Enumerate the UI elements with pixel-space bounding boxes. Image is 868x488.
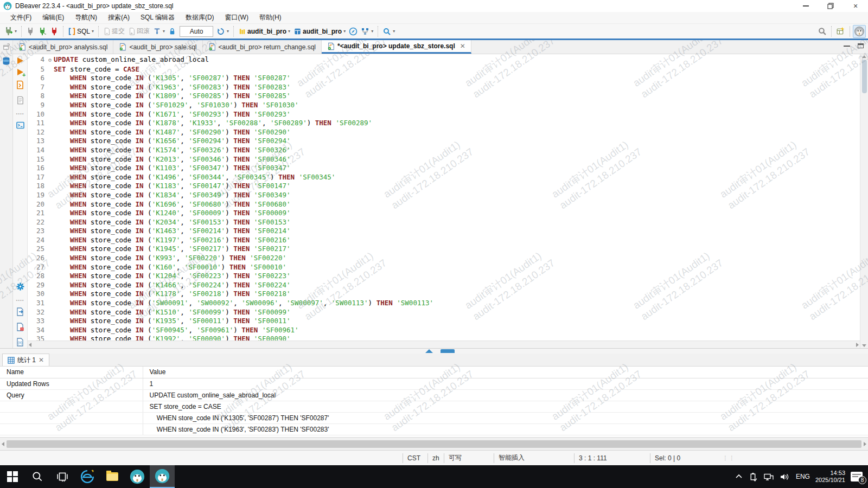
sql-code-editor[interactable]: 4⊖UPDATE custom_online_sale_abroad_local… xyxy=(28,54,860,348)
menu-item-3[interactable]: 搜索(A) xyxy=(103,12,135,23)
scroll-right-icon[interactable] xyxy=(856,343,859,347)
dbeaver-taskbar-button-active[interactable] xyxy=(150,465,175,488)
chevron-down-icon: ▾ xyxy=(227,29,229,34)
status-item-3: 智能插入 xyxy=(494,453,574,463)
navigate-button[interactable] xyxy=(347,26,359,37)
code-line: 16 WHEN store_code IN ('K1103', 'SF00347… xyxy=(28,164,860,173)
sql-editor-button[interactable]: SQL ▾ xyxy=(66,26,95,37)
code-line: 4⊖UPDATE custom_online_sale_abroad_local xyxy=(28,55,860,65)
dbeaver-perspective-button[interactable] xyxy=(853,25,866,38)
scrollbar-thumb[interactable] xyxy=(7,440,861,448)
tab-label: <audit_bi_pro> return_change.sql xyxy=(219,43,316,51)
execute-script-button[interactable] xyxy=(16,80,24,91)
window-restore-button[interactable] xyxy=(818,0,843,12)
windows-taskbar: ENG 14:53 2025/10/21 8 xyxy=(0,465,868,488)
commit-mode-icon-button[interactable]: ▾ xyxy=(359,26,375,37)
editor-tab-0[interactable]: <audit_bi_pro> analysis.sql xyxy=(13,40,113,54)
menu-item-1[interactable]: 编辑(E) xyxy=(37,12,69,23)
menu-item-4[interactable]: SQL 编辑器 xyxy=(136,12,180,23)
transaction-history-button[interactable]: ▾ xyxy=(215,26,231,37)
output-console-button[interactable] xyxy=(16,121,25,131)
execute-new-tab-button[interactable]: + xyxy=(17,69,23,75)
taskbar-search-button[interactable] xyxy=(25,465,50,488)
export-result-button[interactable] xyxy=(16,307,24,318)
action-center-icon[interactable]: 8 xyxy=(851,472,863,481)
editor-results-sash[interactable] xyxy=(0,348,868,354)
results-panel: 统计 1 ✕ Name Value Updated Rows1QueryUPDA… xyxy=(0,354,868,450)
stats-row[interactable]: SET store_code = CASE xyxy=(0,401,868,412)
dbeaver-taskbar-button[interactable] xyxy=(125,465,150,488)
scroll-up-icon[interactable] xyxy=(862,55,866,58)
file-explorer-button[interactable] xyxy=(100,465,125,488)
rollback-button[interactable]: 回滚 xyxy=(126,25,151,37)
network-icon[interactable] xyxy=(763,472,774,481)
editor-vertical-scrollbar[interactable] xyxy=(860,54,868,348)
code-line: 17 WHEN store_code IN ('K1496', 'SF00344… xyxy=(28,173,860,182)
close-icon[interactable]: ✕ xyxy=(460,42,465,50)
editor-horizontal-scrollbar[interactable] xyxy=(28,341,860,348)
search-button[interactable] xyxy=(816,25,828,37)
open-view-button[interactable] xyxy=(834,25,847,37)
status-item-5: Sel: 0 | 0 xyxy=(650,453,715,463)
editor-tab-2[interactable]: <audit_bi_pro> return_change.sql xyxy=(203,40,322,54)
menu-item-7[interactable]: 帮助(H) xyxy=(254,12,286,23)
clock[interactable]: 14:53 2025/10/21 xyxy=(815,470,845,484)
stats-row[interactable]: Updated Rows1 xyxy=(0,378,868,389)
reconnect-button[interactable] xyxy=(36,26,48,37)
menu-item-5[interactable]: 数据库(D) xyxy=(181,12,219,23)
code-area[interactable]: 4⊖UPDATE custom_online_sale_abroad_local… xyxy=(28,54,860,341)
stats-col-name[interactable]: Name xyxy=(0,367,143,378)
results-horizontal-scrollbar[interactable] xyxy=(0,437,868,450)
menu-item-6[interactable]: 窗口(W) xyxy=(220,12,253,23)
language-indicator[interactable]: ENG xyxy=(796,473,810,480)
execute-statement-button[interactable] xyxy=(17,57,23,64)
volume-icon[interactable] xyxy=(780,472,790,481)
scrollbar-thumb[interactable] xyxy=(862,60,867,93)
chevron-down-icon: ▾ xyxy=(343,29,346,34)
connection-selector[interactable]: audit_bi_pro ▾ xyxy=(237,26,292,37)
lock-button[interactable] xyxy=(167,26,178,37)
scroll-left-icon[interactable] xyxy=(29,343,31,347)
sash-maximize-button[interactable] xyxy=(441,349,455,353)
code-line: 6 WHEN store_code IN ('K1305', 'SF00287'… xyxy=(28,74,860,83)
minimize-editor-icon[interactable] xyxy=(844,46,850,47)
scroll-right-icon[interactable] xyxy=(864,442,866,446)
database-navigator-icon[interactable] xyxy=(2,56,11,67)
commit-mode-select[interactable]: Auto xyxy=(180,26,213,37)
close-icon[interactable]: ✕ xyxy=(39,356,44,364)
code-line: 8 WHEN store_code IN ('K1809', 'SF00285'… xyxy=(28,92,860,101)
editor-tab-1[interactable]: <audit_bi_pro> sale.sql xyxy=(113,40,202,54)
stats-row[interactable]: WHEN store_code IN ('K1305', 'SF00287') … xyxy=(0,412,868,423)
explain-plan-button[interactable] xyxy=(16,96,24,106)
menu-item-0[interactable]: 文件(F) xyxy=(5,12,36,23)
commit-button[interactable]: 提交 xyxy=(101,25,126,37)
script-variables-button[interactable]: (x) xyxy=(16,338,24,348)
disconnect-button[interactable] xyxy=(48,26,60,37)
stats-row[interactable]: WHEN store_code IN ('K1963', 'SF00283') … xyxy=(0,423,868,435)
sash-collapse-up-button[interactable] xyxy=(425,349,433,353)
new-connection-button[interactable]: ▾ xyxy=(2,25,18,37)
scroll-down-icon[interactable] xyxy=(862,344,866,347)
tray-expand-icon[interactable] xyxy=(735,472,743,481)
restore-view-button[interactable] xyxy=(0,40,13,54)
connect-button[interactable] xyxy=(24,26,36,37)
editor-settings-button[interactable] xyxy=(16,282,25,293)
task-view-button[interactable] xyxy=(50,465,75,488)
start-button[interactable] xyxy=(0,465,25,488)
transaction-log-button[interactable]: ▾ xyxy=(151,26,167,37)
usb-device-icon[interactable] xyxy=(749,472,758,481)
sql-search-button[interactable]: ▾ xyxy=(381,26,397,37)
maximize-editor-icon[interactable] xyxy=(858,43,864,48)
menu-item-2[interactable]: 导航(N) xyxy=(70,12,102,23)
scroll-left-icon[interactable] xyxy=(2,442,4,446)
schema-selector[interactable]: audit_bi_pro ▾ xyxy=(292,26,347,37)
stats-col-value[interactable]: Value xyxy=(143,367,868,378)
dbeaver-window: DBeaver 22.3.4 - <audit_bi_pro> update_s… xyxy=(0,0,868,488)
window-minimize-button[interactable] xyxy=(793,0,818,12)
window-close-button[interactable]: × xyxy=(843,0,868,12)
validate-script-button[interactable] xyxy=(16,323,24,333)
stats-tab[interactable]: 统计 1 ✕ xyxy=(2,354,49,366)
editor-tab-3[interactable]: *<audit_bi_pro> update_sbz_store.sql✕ xyxy=(322,40,471,54)
stats-row[interactable]: QueryUPDATE custom_online_sale_abroad_lo… xyxy=(0,389,868,401)
internet-explorer-button[interactable] xyxy=(75,465,100,488)
